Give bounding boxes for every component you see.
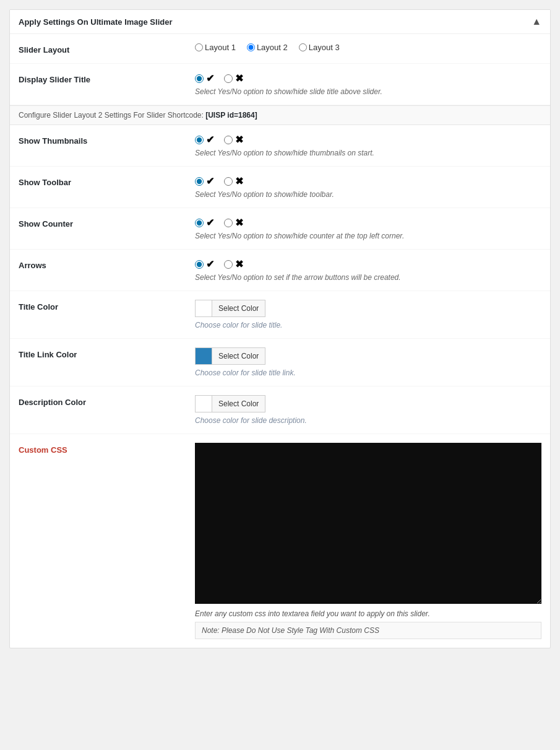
arrows-yes-radio[interactable]	[195, 260, 204, 269]
counter-no-item: ✖	[224, 217, 243, 229]
display-title-radio-group: ✔ ✖	[195, 72, 541, 84]
counter-yes-radio[interactable]	[195, 219, 204, 227]
panel-collapse-icon[interactable]: ▲	[532, 16, 541, 27]
layout3-label: Layout 3	[309, 43, 340, 52]
title-link-color-button[interactable]: Select Color	[212, 347, 265, 365]
custom-css-label: Custom CSS	[19, 443, 195, 455]
title-link-color-swatch[interactable]	[195, 347, 212, 365]
custom-css-hint: Enter any custom css into textarea field…	[195, 609, 541, 618]
custom-css-row: Custom CSS Enter any custom css into tex…	[10, 434, 550, 648]
show-counter-row: Show Counter ✔ ✖ Select Yes/No option to…	[10, 208, 550, 250]
title-color-row: Title Color Select Color Choose color fo…	[10, 291, 550, 339]
counter-no-radio[interactable]	[224, 219, 233, 227]
show-toolbar-label: Show Toolbar	[19, 175, 195, 187]
arrows-no-radio[interactable]	[224, 260, 233, 269]
arrows-label: Arrows	[19, 258, 195, 270]
section-divider-text: Configure Slider Layout 2 Settings For S…	[19, 111, 204, 120]
toolbar-no-item: ✖	[224, 175, 243, 187]
slider-layout-content: Layout 1 Layout 2 Layout 3	[195, 43, 541, 52]
toolbar-yes-radio[interactable]	[195, 177, 204, 186]
toolbar-crossmark-icon: ✖	[235, 175, 243, 187]
show-thumbnails-content: ✔ ✖ Select Yes/No option to show/hide th…	[195, 134, 541, 157]
counter-radio-group: ✔ ✖	[195, 217, 541, 229]
show-toolbar-content: ✔ ✖ Select Yes/No option to show/hide to…	[195, 175, 541, 199]
counter-crossmark-icon: ✖	[235, 217, 243, 229]
description-color-swatch[interactable]	[195, 395, 212, 412]
toolbar-radio-group: ✔ ✖	[195, 175, 541, 187]
title-link-color-row: Title Link Color Select Color Choose col…	[10, 339, 550, 386]
slider-layout-row: Slider Layout Layout 1 Layout 2 Layout 3	[10, 34, 550, 64]
arrows-row: Arrows ✔ ✖ Select Yes/No option to set i…	[10, 250, 550, 291]
panel-header[interactable]: Apply Settings On Ultimate Image Slider …	[10, 10, 550, 34]
description-color-picker: Select Color	[195, 395, 541, 412]
arrows-yes-item: ✔	[195, 258, 214, 270]
title-color-hint: Choose color for slide title.	[195, 321, 541, 329]
title-color-label: Title Color	[19, 300, 195, 312]
section-divider: Configure Slider Layout 2 Settings For S…	[10, 105, 550, 125]
description-color-row: Description Color Select Color Choose co…	[10, 386, 550, 434]
arrows-checkmark-icon: ✔	[206, 258, 214, 270]
layout2-label: Layout 2	[257, 43, 288, 52]
display-title-no-item: ✖	[224, 72, 243, 84]
show-counter-content: ✔ ✖ Select Yes/No option to show/hide co…	[195, 217, 541, 240]
show-thumbnails-row: Show Thumbnails ✔ ✖ Select Yes/No option…	[10, 125, 550, 167]
layout-radio-group: Layout 1 Layout 2 Layout 3	[195, 43, 541, 52]
thumbnails-crossmark-icon: ✖	[235, 134, 243, 146]
arrows-hint: Select Yes/No option to set if the arrow…	[195, 273, 541, 282]
toolbar-checkmark-icon: ✔	[206, 175, 214, 187]
title-link-color-label: Title Link Color	[19, 347, 195, 359]
layout2-item: Layout 2	[247, 43, 288, 52]
counter-yes-item: ✔	[195, 217, 214, 229]
title-color-button[interactable]: Select Color	[212, 300, 265, 317]
display-slider-title-row: Display Slider Title ✔ ✖ Select Yes/No o…	[10, 64, 550, 105]
display-title-yes-radio[interactable]	[195, 74, 204, 83]
thumbnails-yes-radio[interactable]	[195, 136, 204, 144]
custom-css-content: Enter any custom css into textarea field…	[195, 443, 541, 639]
toolbar-no-radio[interactable]	[224, 177, 233, 186]
slider-layout-label: Slider Layout	[19, 43, 195, 55]
toolbar-yes-item: ✔	[195, 175, 214, 187]
counter-hint: Select Yes/No option to show/hide counte…	[195, 232, 541, 240]
display-title-no-radio[interactable]	[224, 74, 233, 83]
title-link-color-picker: Select Color	[195, 347, 541, 365]
title-link-color-hint: Choose color for slide title link.	[195, 368, 541, 377]
custom-css-textarea[interactable]	[195, 443, 541, 604]
checkmark-icon: ✔	[206, 72, 214, 84]
layout3-radio[interactable]	[299, 43, 307, 51]
thumbnails-yes-item: ✔	[195, 134, 214, 146]
thumbnails-checkmark-icon: ✔	[206, 134, 214, 146]
layout2-radio[interactable]	[247, 43, 255, 51]
title-color-swatch[interactable]	[195, 300, 212, 317]
custom-css-note: Note: Please Do Not Use Style Tag With C…	[195, 622, 541, 639]
arrows-content: ✔ ✖ Select Yes/No option to set if the a…	[195, 258, 541, 282]
layout1-label: Layout 1	[205, 43, 236, 52]
toolbar-hint: Select Yes/No option to show/hide toolba…	[195, 190, 541, 199]
thumbnails-hint: Select Yes/No option to show/hide thumbn…	[195, 149, 541, 157]
thumbnails-radio-group: ✔ ✖	[195, 134, 541, 146]
thumbnails-no-radio[interactable]	[224, 136, 233, 144]
arrows-no-item: ✖	[224, 258, 243, 270]
title-color-picker: Select Color	[195, 300, 541, 317]
panel-body: Slider Layout Layout 1 Layout 2 Layout 3	[10, 34, 550, 648]
arrows-crossmark-icon: ✖	[235, 258, 243, 270]
counter-checkmark-icon: ✔	[206, 217, 214, 229]
description-color-content: Select Color Choose color for slide desc…	[195, 395, 541, 425]
display-title-yes-item: ✔	[195, 72, 214, 84]
layout3-item: Layout 3	[299, 43, 340, 52]
thumbnails-no-item: ✖	[224, 134, 243, 146]
show-thumbnails-label: Show Thumbnails	[19, 134, 195, 146]
layout1-item: Layout 1	[195, 43, 236, 52]
description-color-button[interactable]: Select Color	[212, 395, 265, 412]
show-counter-label: Show Counter	[19, 217, 195, 229]
arrows-radio-group: ✔ ✖	[195, 258, 541, 270]
layout1-radio[interactable]	[195, 43, 203, 51]
title-color-content: Select Color Choose color for slide titl…	[195, 300, 541, 329]
settings-panel: Apply Settings On Ultimate Image Slider …	[9, 9, 551, 648]
display-slider-title-label: Display Slider Title	[19, 72, 195, 84]
title-link-color-content: Select Color Choose color for slide titl…	[195, 347, 541, 377]
display-slider-title-content: ✔ ✖ Select Yes/No option to show/hide sl…	[195, 72, 541, 96]
description-color-label: Description Color	[19, 395, 195, 407]
display-title-hint: Select Yes/No option to show/hide slide …	[195, 87, 541, 96]
shortcode-text: [UISP id=1864]	[205, 111, 257, 120]
show-toolbar-row: Show Toolbar ✔ ✖ Select Yes/No option to…	[10, 167, 550, 208]
